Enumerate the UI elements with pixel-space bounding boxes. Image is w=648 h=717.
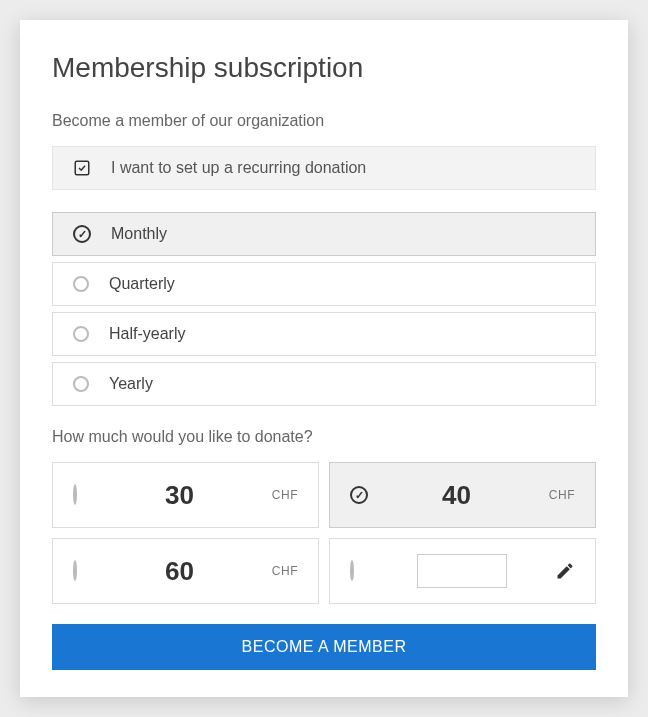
radio-unselected-icon [73, 560, 77, 581]
frequency-option-half-yearly[interactable]: Half-yearly [52, 312, 596, 356]
currency-label: CHF [268, 488, 298, 502]
page-subtitle: Become a member of our organization [52, 112, 596, 130]
frequency-option-quarterly[interactable]: Quarterly [52, 262, 596, 306]
become-member-button[interactable]: BECOME A MEMBER [52, 624, 596, 670]
amount-value: 60 [91, 556, 268, 587]
amount-question: How much would you like to donate? [52, 428, 596, 446]
amount-option-60[interactable]: 60 CHF [52, 538, 319, 604]
recurring-donation-checkbox[interactable]: I want to set up a recurring donation [52, 146, 596, 190]
radio-unselected-icon [73, 376, 89, 392]
amount-option-30[interactable]: 30 CHF [52, 462, 319, 528]
frequency-label: Monthly [111, 225, 167, 243]
amount-option-40[interactable]: 40 CHF [329, 462, 596, 528]
amount-value: 40 [368, 480, 545, 511]
frequency-label: Half-yearly [109, 325, 185, 343]
radio-unselected-icon [350, 560, 354, 581]
custom-amount-input[interactable] [417, 554, 507, 588]
page-title: Membership subscription [52, 52, 596, 84]
amount-value: 30 [91, 480, 268, 511]
pencil-icon [555, 561, 575, 581]
frequency-options: Monthly Quarterly Half-yearly Yearly [52, 212, 596, 406]
amount-option-custom[interactable] [329, 538, 596, 604]
frequency-label: Quarterly [109, 275, 175, 293]
recurring-donation-label: I want to set up a recurring donation [111, 159, 366, 177]
radio-unselected-icon [73, 326, 89, 342]
currency-label: CHF [545, 488, 575, 502]
radio-selected-icon [350, 486, 368, 504]
checkbox-checked-icon [73, 159, 91, 177]
frequency-label: Yearly [109, 375, 153, 393]
svg-rect-0 [75, 161, 89, 175]
currency-label: CHF [268, 564, 298, 578]
membership-card: Membership subscription Become a member … [20, 20, 628, 697]
radio-selected-icon [73, 225, 91, 243]
amount-options: 30 CHF 40 CHF 60 CHF [52, 462, 596, 604]
radio-unselected-icon [73, 484, 77, 505]
frequency-option-monthly[interactable]: Monthly [52, 212, 596, 256]
frequency-option-yearly[interactable]: Yearly [52, 362, 596, 406]
radio-unselected-icon [73, 276, 89, 292]
